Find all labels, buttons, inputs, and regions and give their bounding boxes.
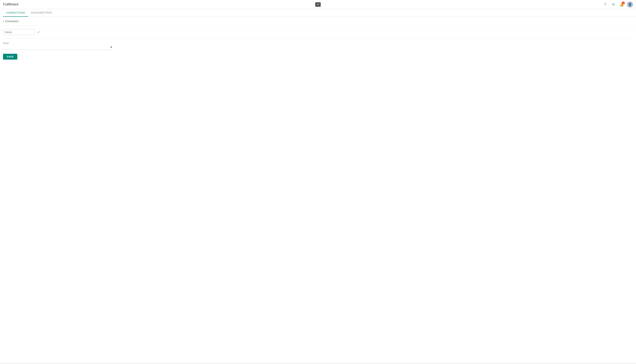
form-section: ✓ Driver ▾ SAVE	[0, 26, 636, 63]
back-arrow-icon: ‹	[3, 19, 4, 23]
main-content: ‹ Connection ✓ Driver ▾ SAVE	[0, 17, 636, 363]
refresh-button[interactable]: ↻	[610, 2, 616, 8]
save-button[interactable]: SAVE	[3, 54, 17, 60]
name-input[interactable]	[3, 29, 35, 35]
check-icon[interactable]: ✓	[37, 30, 40, 34]
help-button[interactable]: ?	[602, 2, 608, 8]
avatar-icon: 👤	[628, 3, 632, 6]
driver-row: Driver ▾	[3, 42, 633, 50]
avatar-button[interactable]: 👤	[627, 2, 633, 8]
notification-button[interactable]: 🔔 1	[619, 2, 625, 8]
app-title: Fulfillment	[3, 2, 19, 6]
tab-packagetypes[interactable]: PACKAGETYPES	[28, 9, 55, 17]
breadcrumb: ‹ Connection	[0, 17, 636, 26]
driver-label: Driver	[3, 42, 112, 44]
top-bar-center: ≡	[315, 2, 321, 7]
top-bar: Fulfillment ≡ ? ↻ 🔔 1 👤	[0, 0, 636, 9]
refresh-icon: ↻	[612, 2, 615, 6]
hamburger-button[interactable]: ≡	[315, 2, 321, 7]
driver-field: Driver ▾	[3, 42, 112, 50]
notification-badge: 1	[622, 2, 625, 4]
tab-connections[interactable]: CONNECTIONS	[3, 9, 28, 17]
tabs-bar: CONNECTIONS PACKAGETYPES	[0, 9, 636, 17]
breadcrumb-link[interactable]: Connection	[5, 20, 19, 23]
help-icon: ?	[604, 2, 606, 6]
driver-select[interactable]	[3, 45, 112, 50]
name-row: ✓	[3, 29, 633, 35]
top-bar-actions: ? ↻ 🔔 1 👤	[602, 2, 633, 8]
divider	[3, 38, 633, 38]
